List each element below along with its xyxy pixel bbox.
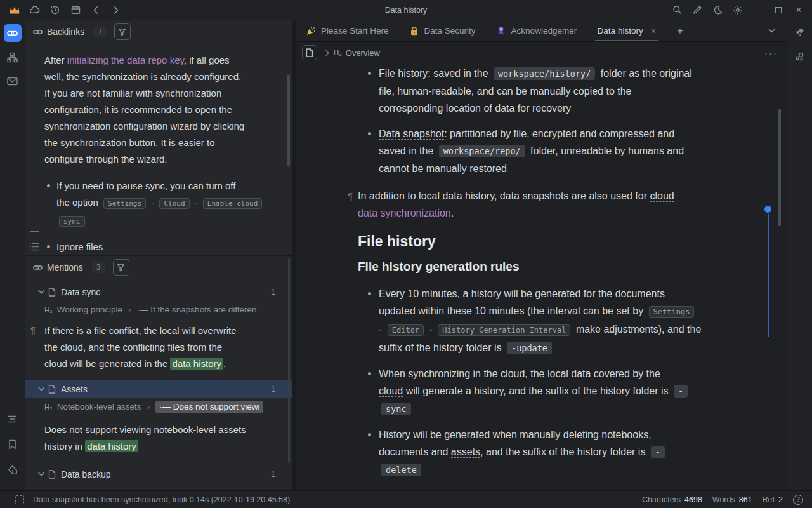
mentions-count-badge: 3 [92,262,105,273]
mentions-snippet-paragraph[interactable]: ¶ If there is a file conflict, the local… [25,318,292,380]
maximize-icon[interactable] [770,3,787,18]
minimize-icon[interactable] [750,3,766,18]
chevron-right-icon [325,50,330,57]
mentions-doc-data-backup[interactable]: Data backup 1 [25,465,292,483]
block-ref[interactable]: assets [451,446,480,458]
mentions-crumb-notebook-level-assets[interactable]: H₂ Notebook-level assets › ·— Does not s… [25,398,292,415]
close-icon[interactable]: × [790,3,807,18]
bullet-every-10-minutes[interactable]: Every 10 minutes, a history will be gene… [368,285,787,357]
backlinks-bullet-ignore-files[interactable]: Ignore files [44,239,280,255]
cloud-icon[interactable] [27,3,43,18]
chevron-down-icon[interactable] [38,472,44,476]
titlebar: Data history × [0,0,812,20]
crown-logo-icon[interactable] [6,3,23,18]
mentions-filter-button[interactable] [113,259,129,276]
tab-please-start-here[interactable]: Please Start Here [296,20,399,41]
heading-file-history[interactable]: File history [358,233,787,250]
backlinks-dock-icon[interactable] [4,24,22,42]
characters-value: 4698 [684,495,702,504]
tabbar: Please Start Here Data Security Acknowle… [296,20,787,42]
inline-kbd: History Generation Interval [438,324,570,336]
block-ref[interactable]: Data snapshot [379,128,444,140]
inline-text: Every 10 minutes, a history will be gene… [379,288,665,299]
editor[interactable]: H₂ Overview ··· File history: saved in t… [296,42,787,490]
tab-acknowledgements[interactable]: Acknowledgemen [486,20,587,41]
backlinks-paragraph[interactable]: After initializing the data repo key, if… [44,52,289,168]
list-block-icon[interactable] [29,242,40,251]
backlinks-title: Backlinks [47,27,84,37]
status-square-icon[interactable] [15,495,24,504]
tab-close-icon[interactable]: × [651,26,656,36]
heading-generation-rules[interactable]: File history generation rules [358,258,787,275]
block-ref[interactable]: cloud [650,190,674,202]
inline-text: - [148,197,157,208]
mentions-doc-data-sync[interactable]: Data sync 1 [25,283,292,301]
heading-level-label: H₂ [334,49,342,57]
calendar-icon[interactable] [67,3,84,18]
statusbar: Data snapshot has been synchronized, too… [0,490,812,508]
chevron-down-icon[interactable] [38,290,44,294]
inbox-dock-icon[interactable] [4,72,22,90]
app-window: Data history × [0,0,812,508]
graph-dock-icon[interactable] [4,48,22,66]
search-icon[interactable] [669,3,685,18]
inline-code: -update [507,342,552,354]
mentions-doc-assets[interactable]: Assets 1 [25,380,292,398]
backlinks-bullet-pause-sync[interactable]: If you need to pause sync, you can turn … [44,178,280,230]
editor-scrollbar[interactable] [778,109,781,226]
chevron-right-icon: › [147,402,150,411]
new-tab-button[interactable]: + [666,20,694,41]
status-message: Data snapshot has been synchronized, too… [33,495,290,504]
inline-text: - [426,324,435,335]
tab-ribbon-icon [496,26,506,36]
edit-icon[interactable] [689,3,705,18]
mentions-snippet-paragraph[interactable]: Does not support viewing notebook-level … [25,415,292,462]
main-area: Backlinks 7 After initializing the data … [0,20,812,490]
theme-icon[interactable] [709,3,726,18]
backlinks-filter-button[interactable] [114,23,131,40]
more-icon[interactable]: ··· [764,48,778,58]
paragraph-cloud-sync[interactable]: ¶ In addition to local data history, dat… [358,187,713,222]
inline-text: . [223,358,226,369]
mentions-scrollbar[interactable] [288,258,290,463]
back-icon[interactable] [88,3,104,18]
bullet-cleanup-assets[interactable]: When using Cleanup unreferenced assets, … [368,487,787,490]
inline-kbd: Enable cloud [203,198,262,209]
backlinks-scrollbar[interactable] [287,74,290,166]
bullet-delete-history[interactable]: History will be generated when manually … [368,426,787,479]
inline-mark: data history [170,358,223,370]
history-icon[interactable] [47,3,63,18]
inline-text: synchronization configuration wizard by … [44,121,244,131]
block-ref[interactable]: cloud [379,385,403,397]
doc-icon[interactable] [302,45,317,60]
forward-icon[interactable] [108,3,124,18]
tab-list-chevron-icon[interactable] [756,20,787,41]
bullet-sync-history[interactable]: When synchronizing in the cloud, the loc… [368,365,787,418]
link-icon [33,27,43,37]
chevron-down-icon[interactable] [38,387,44,391]
tag-dock-icon[interactable] [4,461,22,479]
settings-icon[interactable] [730,3,746,18]
inline-link[interactable]: data synchronization [358,208,451,218]
inline-link[interactable]: initializing the data repo key [67,55,184,65]
mentions-crumb-working-principle[interactable]: H₂ Working principle › ·— If the snapsho… [25,301,292,318]
global-graph-icon[interactable] [791,48,809,66]
inline-text: folder as the original [598,68,692,79]
bullet-data-snapshot[interactable]: Data snapshot: partitioned by file, encr… [368,125,787,177]
inline-text: Does not support viewing notebook-level … [44,424,246,435]
tab-data-security[interactable]: Data Security [399,20,486,41]
doc-icon [48,385,56,394]
bullet-dot [368,372,371,375]
inline-text: File history: saved in the [379,68,491,79]
outline-dock-icon[interactable] [4,410,22,428]
breadcrumb-heading[interactable]: Overview [346,48,380,58]
inline-code: - [651,446,665,458]
collapse-dash-icon[interactable] [30,231,39,232]
help-icon[interactable]: ? [793,495,803,505]
graph-view-icon[interactable] [791,24,809,42]
bookmark-dock-icon[interactable] [4,436,22,453]
words-value: 861 [739,495,752,504]
bullet-file-history[interactable]: File history: saved in the workspace/his… [368,65,787,117]
backlinks-count-badge: 7 [93,26,107,37]
tab-data-history[interactable]: Data history × [587,20,666,41]
